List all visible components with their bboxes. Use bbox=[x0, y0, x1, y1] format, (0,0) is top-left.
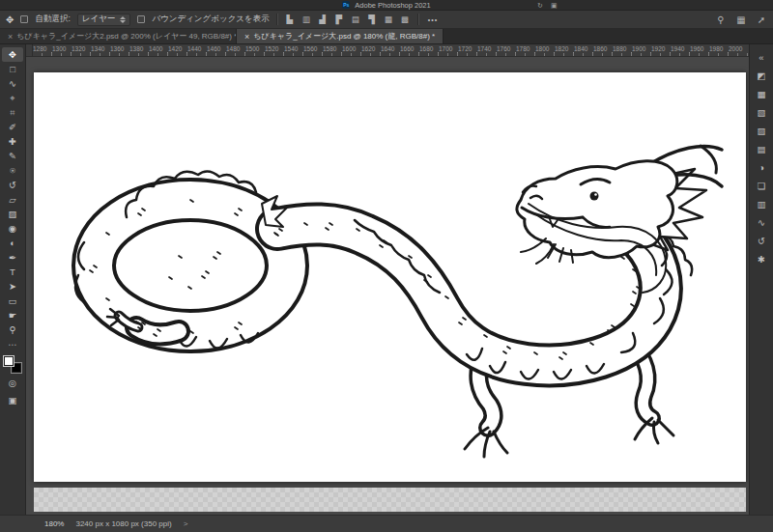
ruler-tick-1360: 1360 bbox=[110, 45, 124, 52]
show-bounding-box-checkbox[interactable] bbox=[137, 15, 145, 23]
document-tab-2-active[interactable]: × ちびキャラ_イメージ大.psd @ 180% (龍, RGB/8#) * bbox=[237, 29, 444, 43]
brush-tool[interactable]: ✎ bbox=[2, 149, 23, 163]
document-tab-bar: × ちびキャラ_イメージ大2.psd @ 200% (レイヤー 49, RGB/… bbox=[0, 29, 773, 44]
foreground-color-swatch[interactable] bbox=[4, 356, 14, 366]
current-tool-icon: ✥ bbox=[6, 14, 14, 25]
clone-stamp-tool[interactable]: ⍟ bbox=[2, 163, 23, 178]
blur-tool[interactable]: ◉ bbox=[2, 221, 23, 236]
hand-tool[interactable]: ☛ bbox=[2, 308, 23, 322]
more-options-button[interactable]: ••• bbox=[425, 16, 441, 23]
document-info: 3240 px x 1080 px (350 ppi) bbox=[75, 519, 171, 528]
workspace-switcher-icon[interactable]: ▦ bbox=[735, 14, 747, 25]
properties-panel-icon[interactable]: ✱ bbox=[752, 250, 771, 268]
pen-tool[interactable]: ✒ bbox=[2, 250, 23, 265]
zoom-level-field[interactable]: 180% bbox=[44, 519, 64, 528]
ruler-tick-1980: 1980 bbox=[709, 45, 723, 52]
history-panel-icon[interactable]: ↺ bbox=[752, 232, 771, 250]
pasteboard[interactable] bbox=[26, 57, 749, 515]
layers-panel-icon[interactable]: ❏ bbox=[752, 177, 771, 195]
swatches-panel-icon[interactable]: ▦ bbox=[752, 85, 771, 103]
ruler-tick-1720: 1720 bbox=[458, 45, 472, 52]
screen-mode-icon[interactable]: ▣ bbox=[2, 393, 23, 407]
ruler-tick-1340: 1340 bbox=[91, 45, 104, 52]
gradient-tool[interactable]: ▨ bbox=[2, 207, 23, 221]
object-selection-tool[interactable]: ⌖ bbox=[2, 91, 23, 105]
window-title: Adobe Photoshop 2021 bbox=[355, 1, 430, 10]
main-area: ✥□∿⌖⌗✐✚✎⍟↺▱▨◉◐✒T➤▭☛⚲⋯◎▣ 1280130013201340… bbox=[0, 44, 773, 515]
adjustments-panel-icon[interactable]: ◑ bbox=[752, 158, 771, 177]
path-selection-tool[interactable]: ➤ bbox=[2, 279, 23, 294]
chevron-updown-icon bbox=[120, 16, 126, 23]
edit-toolbar[interactable]: ⋯ bbox=[2, 337, 23, 351]
zoom-tool[interactable]: ⚲ bbox=[2, 322, 23, 337]
align-bottom-icon[interactable]: ▜ bbox=[366, 14, 378, 25]
ruler-tick-1280: 1280 bbox=[33, 45, 46, 52]
channels-panel-icon[interactable]: ▥ bbox=[752, 195, 771, 213]
color-swatches[interactable] bbox=[4, 356, 21, 373]
move-tool[interactable]: ✥ bbox=[2, 47, 23, 62]
type-tool[interactable]: T bbox=[2, 265, 23, 279]
ruler-tick-1820: 1820 bbox=[555, 45, 568, 52]
gradients-panel-icon[interactable]: ▧ bbox=[752, 103, 771, 122]
ruler-tick-1960: 1960 bbox=[690, 45, 703, 52]
status-chevron-icon[interactable]: > bbox=[184, 519, 188, 528]
ruler-tick-1300: 1300 bbox=[52, 45, 66, 52]
align-right-icon[interactable]: ▟ bbox=[317, 14, 329, 25]
panel-icon-strip: «◩▦▧▨▤◑❏▥∿↺✱ bbox=[749, 44, 773, 515]
window-layout-icon[interactable]: ▣ bbox=[551, 2, 558, 10]
ruler-tick-1580: 1580 bbox=[323, 45, 336, 52]
color-panel-icon[interactable]: ◩ bbox=[752, 67, 771, 85]
ruler-tick-1840: 1840 bbox=[574, 45, 587, 52]
close-tab-icon[interactable]: × bbox=[244, 32, 249, 42]
horizontal-ruler[interactable]: 1280130013201340136013801400142014401460… bbox=[26, 44, 749, 57]
canvas[interactable] bbox=[34, 72, 746, 482]
paths-panel-icon[interactable]: ∿ bbox=[752, 213, 771, 232]
align-center-horizontal-icon[interactable]: ▥ bbox=[301, 14, 312, 25]
shape-tool[interactable]: ▭ bbox=[2, 294, 23, 308]
distribute-horizontal-icon[interactable]: ▦ bbox=[383, 14, 394, 25]
close-tab-icon[interactable]: × bbox=[8, 32, 13, 42]
distribute-vertical-icon[interactable]: ▩ bbox=[399, 14, 411, 25]
ruler-tick-1660: 1660 bbox=[400, 45, 414, 52]
crop-tool[interactable]: ⌗ bbox=[2, 105, 23, 120]
rectangular-marquee-tool[interactable]: □ bbox=[2, 62, 23, 76]
ruler-tick-1540: 1540 bbox=[284, 45, 298, 52]
ruler-tick-1700: 1700 bbox=[439, 45, 452, 52]
quick-mask-icon[interactable]: ◎ bbox=[2, 376, 23, 390]
divider bbox=[417, 14, 418, 25]
document-tab-1[interactable]: × ちびキャラ_イメージ大2.psd @ 200% (レイヤー 49, RGB/… bbox=[0, 29, 237, 43]
ruler-tick-1740: 1740 bbox=[477, 45, 491, 52]
ruler-tick-1620: 1620 bbox=[361, 45, 375, 52]
ruler-tick-1500: 1500 bbox=[245, 45, 259, 52]
tab-label: ちびキャラ_イメージ大2.psd @ 200% (レイヤー 49, RGB/8#… bbox=[16, 31, 237, 42]
patterns-panel-icon[interactable]: ▨ bbox=[752, 122, 771, 140]
ruler-tick-1800: 1800 bbox=[535, 45, 549, 52]
ruler-tick-2000: 2000 bbox=[729, 45, 742, 52]
eraser-tool[interactable]: ▱ bbox=[2, 192, 23, 207]
auto-select-checkbox[interactable] bbox=[20, 15, 28, 23]
lasso-tool[interactable]: ∿ bbox=[2, 76, 23, 91]
spot-healing-brush-tool[interactable]: ✚ bbox=[2, 134, 23, 149]
dodge-tool[interactable]: ◐ bbox=[2, 236, 23, 250]
history-brush-tool[interactable]: ↺ bbox=[2, 178, 23, 192]
libraries-panel-icon[interactable]: ▤ bbox=[752, 140, 771, 158]
sync-icon[interactable]: ↻ bbox=[537, 2, 543, 10]
align-left-icon[interactable]: ▙ bbox=[284, 14, 296, 25]
eyedropper-tool[interactable]: ✐ bbox=[2, 120, 23, 134]
ruler-tick-1560: 1560 bbox=[303, 45, 317, 52]
ruler-tick-1760: 1760 bbox=[497, 45, 510, 52]
align-top-icon[interactable]: ▛ bbox=[333, 14, 345, 25]
ruler-tick-1440: 1440 bbox=[187, 45, 201, 52]
titlebar: Ps Adobe Photoshop 2021 ↻▣ bbox=[0, 0, 773, 11]
search-icon[interactable]: ⚲ bbox=[715, 14, 727, 25]
ruler-tick-1680: 1680 bbox=[419, 45, 433, 52]
auto-select-label: 自動選択: bbox=[35, 14, 70, 25]
align-middle-icon[interactable]: ▤ bbox=[350, 14, 361, 25]
ruler-tick-1400: 1400 bbox=[149, 45, 162, 52]
divider bbox=[276, 14, 277, 25]
collapse-panels-icon[interactable]: « bbox=[752, 48, 771, 67]
share-icon[interactable]: ➚ bbox=[756, 14, 767, 25]
ruler-tick-1860: 1860 bbox=[593, 45, 607, 52]
auto-select-target-select[interactable]: レイヤー bbox=[77, 14, 131, 26]
tab-label: ちびキャラ_イメージ大.psd @ 180% (龍, RGB/8#) * bbox=[253, 31, 435, 42]
